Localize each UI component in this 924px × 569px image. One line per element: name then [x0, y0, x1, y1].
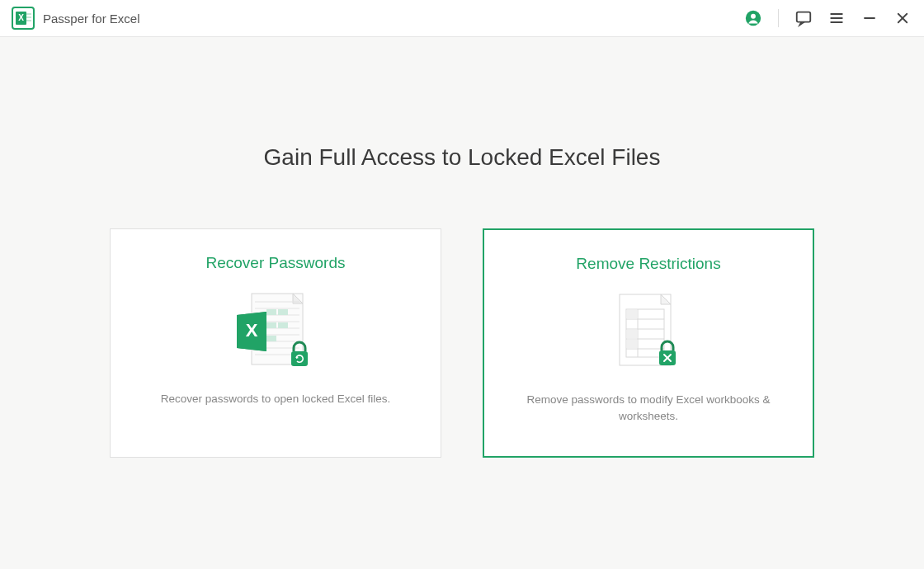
divider — [778, 9, 779, 27]
feedback-icon[interactable] — [794, 8, 813, 28]
svg-rect-28 — [266, 322, 276, 328]
svg-point-7 — [751, 14, 756, 19]
svg-rect-3 — [26, 13, 31, 15]
recover-illustration-icon: X — [230, 290, 321, 373]
card-recover-title: Recover Passwords — [206, 254, 346, 272]
svg-rect-5 — [26, 20, 31, 21]
main-content: Gain Full Access to Locked Excel Files R… — [0, 37, 924, 458]
svg-rect-30 — [266, 336, 276, 341]
svg-rect-45 — [627, 330, 638, 339]
svg-rect-46 — [627, 340, 638, 349]
app-logo-icon: X — [12, 7, 35, 30]
menu-icon[interactable] — [827, 8, 846, 28]
card-remove-title: Remove Restrictions — [576, 255, 720, 273]
card-remove-desc: Remove passwords to modify Excel workboo… — [516, 392, 780, 426]
svg-rect-29 — [278, 322, 288, 328]
card-recover-passwords[interactable]: Recover Passwords — [110, 228, 441, 458]
svg-rect-27 — [278, 309, 288, 315]
card-remove-restrictions[interactable]: Remove Restrictions — [483, 228, 814, 458]
titlebar: X Passper for Excel — [0, 0, 924, 37]
window-controls — [743, 8, 912, 28]
account-icon[interactable] — [743, 8, 763, 28]
app-title: Passper for Excel — [43, 12, 140, 26]
close-button[interactable] — [893, 8, 912, 28]
svg-rect-4 — [26, 16, 31, 18]
remove-illustration-icon — [603, 291, 694, 374]
svg-rect-8 — [797, 12, 811, 22]
minimize-button[interactable] — [860, 8, 879, 28]
option-cards: Recover Passwords — [0, 228, 924, 458]
svg-text:X: X — [246, 320, 258, 341]
svg-text:X: X — [18, 13, 24, 22]
svg-rect-34 — [291, 351, 308, 366]
svg-rect-26 — [266, 309, 276, 315]
page-headline: Gain Full Access to Locked Excel Files — [0, 144, 924, 171]
svg-rect-44 — [627, 310, 638, 319]
card-recover-desc: Recover passwords to open locked Excel f… — [161, 391, 390, 407]
